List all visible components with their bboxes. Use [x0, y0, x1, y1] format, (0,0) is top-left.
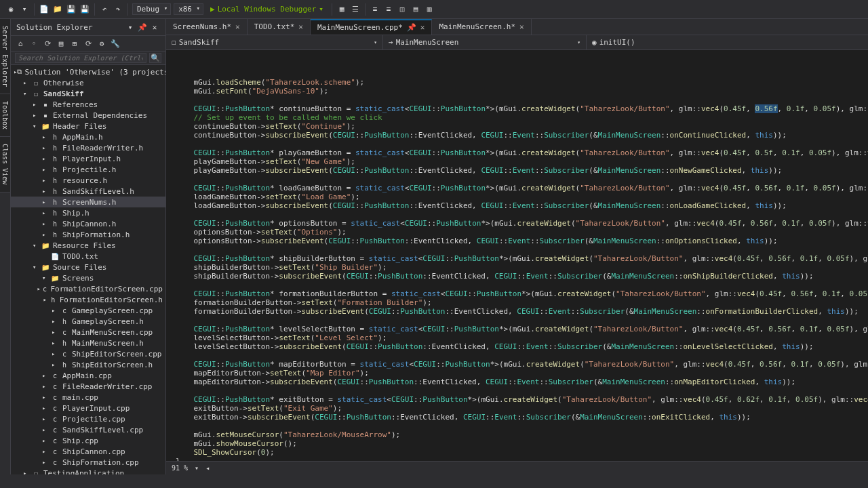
tree-item[interactable]: ▸cShipCannon.cpp: [11, 446, 165, 457]
close-icon[interactable]: ✕: [149, 22, 160, 33]
tree-item[interactable]: ▸hShipCannon.h: [11, 218, 165, 229]
tree-item[interactable]: ▸hScreenNums.h: [11, 197, 165, 207]
tree-item[interactable]: 📄TODO.txt: [11, 251, 165, 262]
config-dropdown[interactable]: Debug: [132, 3, 171, 15]
ex-tb-2[interactable]: ⟳: [42, 38, 53, 49]
tree-item[interactable]: ▸cShip.cpp: [11, 435, 165, 446]
tree-item[interactable]: ▸cPlayerInput.cpp: [11, 403, 165, 413]
code-editor[interactable]: mGui.loadScheme("TaharezLook.scheme"); m…: [166, 50, 868, 461]
document-tabs: ScreenNums.h*✕TODO.txt*✕MainMenuScreen.c…: [166, 19, 868, 35]
new-icon[interactable]: 📄: [39, 4, 50, 15]
explorer-search-input[interactable]: [15, 53, 146, 63]
tree-item[interactable]: ▸cShipFormation.cpp: [11, 457, 165, 468]
explorer-toolbar: ⌂ ◦ ⟳ ▤ ⊞ ⟳ ⚙ 🔧: [11, 36, 165, 52]
tree-item[interactable]: ▸☐Otherwise: [11, 77, 165, 88]
tree-item[interactable]: ▸cFileReaderWriter.cpp: [11, 381, 165, 392]
close-tab-icon[interactable]: ✕: [298, 22, 303, 31]
start-debug-button[interactable]: ▶ Local Windows Debugger ▾: [206, 5, 328, 14]
save-icon[interactable]: 💾: [66, 4, 77, 15]
editor-status-bar: 91 % ▾ ◂: [166, 461, 868, 474]
solution-explorer: Solution Explorer ▾ 📌 ✕ ⌂ ◦ ⟳ ▤ ⊞ ⟳ ⚙ 🔧 …: [11, 19, 166, 474]
hscroll-left-icon[interactable]: ◂: [205, 464, 210, 472]
explorer-search: 🔍: [11, 52, 165, 65]
solution-tree[interactable]: ▸⧉Solution 'Otherwise' (3 projects)▸☐Oth…: [11, 65, 165, 474]
tree-item[interactable]: ▾📁Header Files: [11, 121, 165, 131]
tree-item[interactable]: ▸cProjectile.cpp: [11, 413, 165, 424]
ex-tb-3[interactable]: ▤: [56, 38, 66, 49]
tree-item[interactable]: ▾📁Resource Files: [11, 240, 165, 251]
tree-item[interactable]: ▸▪External Dependencies: [11, 110, 165, 121]
pin-icon[interactable]: 📌: [407, 23, 416, 32]
tree-item[interactable]: ▸☐TestingApplication: [11, 468, 165, 474]
tree-item[interactable]: ▸cGameplayScreen.cpp: [11, 305, 165, 316]
document-tab[interactable]: TODO.txt*✕: [248, 19, 311, 35]
main-toolbar: ◉ ▾ 📄 📁 💾 💾 ↶ ↷ Debug x86 ▶ Local Window…: [0, 0, 868, 19]
tree-item[interactable]: ▸cAppMain.cpp: [11, 370, 165, 381]
tree-item[interactable]: ▸hresource.h: [11, 175, 165, 186]
tree-item[interactable]: ▸hMainMenuScreen.h: [11, 338, 165, 348]
nav-back-icon[interactable]: ◉: [5, 4, 16, 15]
tree-item[interactable]: ▸hShipEditorScreen.h: [11, 359, 165, 370]
tree-item[interactable]: ▾☐SandSkiff: [11, 88, 165, 99]
nav-scope[interactable]: → MainMenuScreen: [383, 35, 587, 49]
tree-item[interactable]: ▸cMainMenuScreen.cpp: [11, 327, 165, 338]
tree-item[interactable]: ▸hFileReaderWriter.h: [11, 142, 165, 153]
nav-member-label: initUI(): [599, 38, 635, 47]
tree-item[interactable]: ▾📁Source Files: [11, 262, 165, 272]
tree-item[interactable]: ▾📁Screens: [11, 272, 165, 283]
redo-icon[interactable]: ↷: [113, 4, 123, 15]
ex-tb-6[interactable]: ⚙: [96, 38, 107, 49]
tb-icon-2[interactable]: ☰: [350, 4, 361, 15]
ex-tb-1[interactable]: ◦: [28, 38, 39, 49]
server-explorer-tab[interactable]: Server Explorer: [0, 19, 10, 94]
debugger-label: Local Windows Debugger: [218, 5, 317, 14]
document-tab[interactable]: MainMenuScreen.cpp*📌✕: [311, 19, 432, 35]
toolbox-tab[interactable]: Toolbox: [0, 94, 10, 137]
explorer-title: Solution Explorer: [16, 23, 93, 32]
close-tab-icon[interactable]: ✕: [519, 22, 524, 31]
nav-fwd-icon[interactable]: ▾: [19, 4, 30, 15]
tree-item[interactable]: ▸hAppMain.h: [11, 131, 165, 142]
tree-item[interactable]: ▸cShipEditorScreen.cpp: [11, 348, 165, 359]
tree-item[interactable]: ▸hProjectile.h: [11, 164, 165, 175]
close-tab-icon[interactable]: ✕: [420, 23, 425, 32]
nav-project-label: SandSkiff: [179, 38, 220, 47]
tree-item[interactable]: ▸hPlayerInput.h: [11, 153, 165, 164]
open-icon[interactable]: 📁: [52, 4, 63, 15]
close-tab-icon[interactable]: ✕: [235, 22, 240, 31]
tree-item[interactable]: ▸hFormationEditorScreen.h: [11, 294, 165, 305]
tree-item[interactable]: ▸hGameplayScreen.h: [11, 316, 165, 327]
tree-item[interactable]: ▸hSandSkiffLevel.h: [11, 186, 165, 197]
tree-item[interactable]: ▸hShip.h: [11, 207, 165, 218]
tb-icon-3[interactable]: ≡: [370, 4, 380, 15]
ex-tb-5[interactable]: ⟳: [83, 38, 94, 49]
tree-item[interactable]: ▸▪References: [11, 99, 165, 110]
ex-tb-7[interactable]: 🔧: [110, 38, 121, 49]
search-icon[interactable]: 🔍: [149, 53, 161, 63]
tb-icon-7[interactable]: ▥: [424, 4, 435, 15]
tree-item[interactable]: ▸hShipFormation.h: [11, 229, 165, 240]
tb-icon-4[interactable]: ≡: [383, 4, 394, 15]
zoom-dropdown-icon[interactable]: ▾: [195, 464, 199, 472]
tree-item[interactable]: ▸⧉Solution 'Otherwise' (3 projects): [11, 66, 165, 77]
pin-icon[interactable]: 📌: [137, 22, 148, 33]
undo-icon[interactable]: ↶: [99, 4, 110, 15]
zoom-level[interactable]: 91 %: [172, 464, 188, 472]
tb-icon-5[interactable]: ◫: [397, 4, 408, 15]
class-view-tab[interactable]: Class View: [0, 137, 10, 192]
home-icon[interactable]: ⌂: [15, 38, 26, 49]
save-all-icon[interactable]: 💾: [79, 4, 90, 15]
dropdown-icon[interactable]: ▾: [125, 22, 136, 33]
tree-item[interactable]: ▸cFormationEditorScreen.cpp: [11, 283, 165, 294]
tree-item[interactable]: ▸cSandSkiffLevel.cpp: [11, 424, 165, 435]
tree-item[interactable]: ▸cmain.cpp: [11, 392, 165, 403]
document-tab[interactable]: MainMenuScreen.h*✕: [432, 19, 531, 35]
nav-bar: ☐ SandSkiff → MainMenuScreen ◉ initUI(): [166, 35, 868, 50]
nav-project[interactable]: ☐ SandSkiff: [166, 35, 383, 49]
platform-dropdown[interactable]: x86: [174, 3, 203, 15]
ex-tb-4[interactable]: ⊞: [69, 38, 80, 49]
tb-icon-1[interactable]: ▦: [336, 4, 347, 15]
nav-member[interactable]: ◉ initUI(): [587, 35, 868, 49]
document-tab[interactable]: ScreenNums.h*✕: [166, 19, 248, 35]
tb-icon-6[interactable]: ▤: [410, 4, 421, 15]
